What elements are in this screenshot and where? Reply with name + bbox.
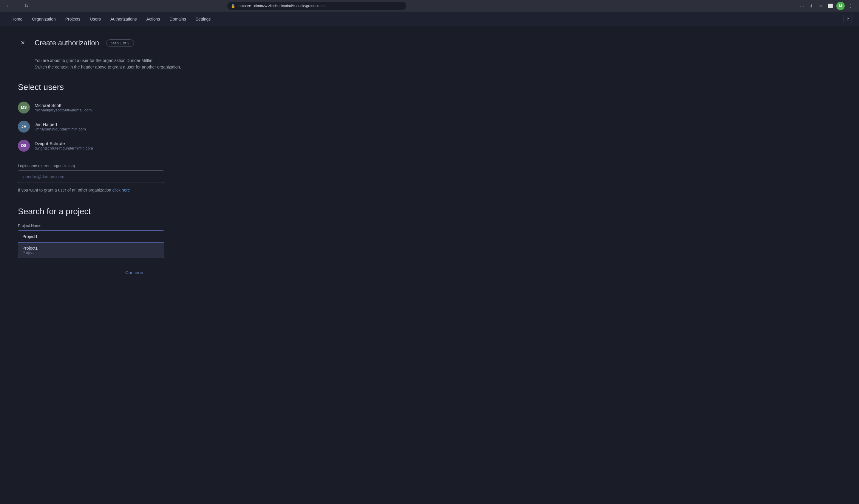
forward-button[interactable]: → (14, 2, 21, 10)
info-line-1: You are about to grant a user for the or… (35, 57, 251, 64)
user-name-jim-halpert: Jim Halpert (35, 122, 86, 127)
project-name-input-section: Project Name Project1 Project (18, 223, 251, 258)
address-bar: 🔒 instance1-dkmnzw.zitadel.cloud/ui/cons… (227, 2, 406, 10)
nav-item-users[interactable]: Users (86, 15, 105, 23)
extension-icon[interactable]: ⬜ (827, 2, 834, 10)
page-title: Create authorization (35, 39, 99, 47)
address-url: instance1-dkmnzw.zitadel.cloud/ui/consol… (238, 4, 403, 8)
download-icon[interactable]: ⬇ (808, 2, 815, 10)
other-org-text: If you want to grant a user of an other … (18, 188, 251, 192)
user-item-dwight-schrute[interactable]: DS Dwight Schrute dwightschrute@dundermi… (18, 137, 251, 154)
user-email-michael-scott: michaelgaryscott988@gmail.com (35, 108, 92, 112)
search-project-section: Search for a project Project Name Projec… (18, 207, 251, 258)
nav-item-projects[interactable]: Projects (61, 15, 85, 23)
top-nav: Home Organization Projects Users Authori… (0, 12, 859, 26)
main-content: ✕ Create authorization Step 1 of 2 You a… (0, 26, 269, 289)
profile-avatar[interactable]: M (837, 2, 845, 10)
loginname-input-section: Loginname (current organization) (18, 163, 251, 183)
nav-item-actions[interactable]: Actions (142, 15, 164, 23)
user-info-michael-scott: Michael Scott michaelgaryscott988@gmail.… (35, 103, 92, 112)
avatar-dwight-schrute: DS (18, 140, 30, 152)
browser-chrome: ← → ↻ 🔒 instance1-dkmnzw.zitadel.cloud/u… (0, 0, 859, 12)
close-button[interactable]: ✕ (18, 38, 27, 48)
project-dropdown: Project1 Project (18, 243, 164, 258)
user-email-jim-halpert: jimhalpert@dundermifflin.com (35, 127, 86, 131)
user-name-michael-scott: Michael Scott (35, 103, 92, 108)
project-name-label: Project Name (18, 223, 251, 228)
loginname-label: Loginname (current organization) (18, 163, 251, 168)
back-button[interactable]: ← (5, 2, 12, 10)
project-name-input[interactable] (18, 230, 164, 243)
star-icon[interactable]: ☆ (817, 2, 824, 10)
help-button[interactable]: ? (843, 15, 852, 23)
nav-item-home[interactable]: Home (7, 15, 27, 23)
info-text: You are about to grant a user for the or… (18, 57, 251, 70)
user-item-jim-halpert[interactable]: JH Jim Halpert jimhalpert@dundermifflin.… (18, 118, 251, 135)
menu-icon[interactable]: ⋮ (847, 2, 854, 10)
select-users-section: Select users MS Michael Scott michaelgar… (18, 82, 251, 192)
user-list: MS Michael Scott michaelgaryscott988@gma… (18, 99, 251, 154)
loginname-input[interactable] (18, 170, 164, 183)
click-here-link[interactable]: click here (112, 188, 130, 192)
other-org-prefix: If you want to grant a user of an other … (18, 188, 112, 192)
lock-icon: 🔒 (231, 4, 235, 8)
user-info-jim-halpert: Jim Halpert jimhalpert@dundermifflin.com (35, 122, 86, 131)
key-icon[interactable]: 🗝 (798, 2, 805, 10)
select-users-title: Select users (18, 82, 251, 92)
avatar-jim-halpert: JH (18, 121, 30, 132)
project-input-wrapper: Project1 Project (18, 230, 164, 258)
page-header: ✕ Create authorization Step 1 of 2 (18, 38, 251, 48)
nav-items: Home Organization Projects Users Authori… (7, 15, 843, 23)
continue-label: Continue (125, 270, 143, 275)
nav-item-settings[interactable]: Settings (192, 15, 215, 23)
continue-button[interactable]: Continue (18, 267, 251, 277)
user-item-michael-scott[interactable]: MS Michael Scott michaelgaryscott988@gma… (18, 99, 251, 116)
browser-actions: 🗝 ⬇ ☆ ⬜ M ⋮ (798, 2, 854, 10)
user-email-dwight-schrute: dwightschrute@dundermifflin.com (35, 146, 93, 151)
search-project-title: Search for a project (18, 207, 251, 216)
nav-right: ? (843, 15, 852, 23)
dropdown-item-project1[interactable]: Project1 Project (18, 243, 164, 258)
user-name-dwight-schrute: Dwight Schrute (35, 141, 93, 146)
nav-item-domains[interactable]: Domains (166, 15, 190, 23)
reload-button[interactable]: ↻ (22, 2, 30, 10)
user-info-dwight-schrute: Dwight Schrute dwightschrute@dundermiffl… (35, 141, 93, 151)
avatar-michael-scott: MS (18, 101, 30, 113)
info-line-2: Switch the context in the header above t… (35, 64, 251, 70)
dropdown-item-subtitle: Project (22, 251, 160, 255)
nav-item-organization[interactable]: Organization (28, 15, 60, 23)
dropdown-item-title: Project1 (22, 246, 160, 251)
step-badge: Step 1 of 2 (106, 39, 134, 47)
nav-item-authorizations[interactable]: Authorizations (106, 15, 141, 23)
browser-nav-buttons: ← → ↻ (5, 2, 30, 10)
